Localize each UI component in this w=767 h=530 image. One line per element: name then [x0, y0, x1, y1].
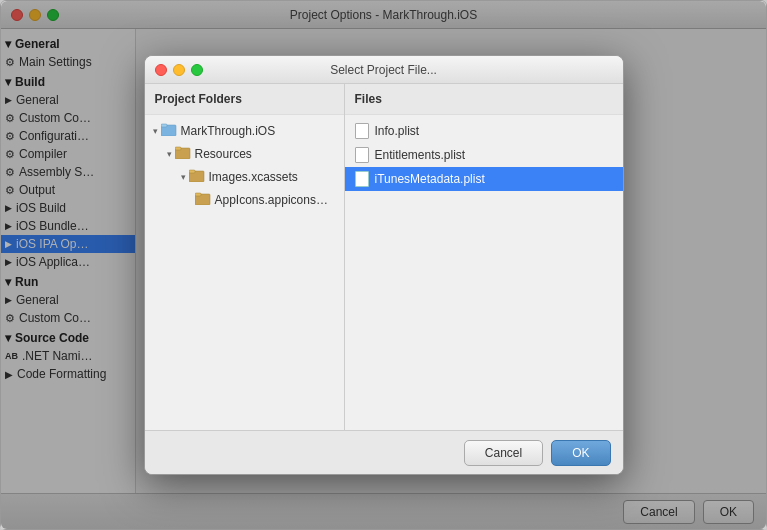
file-icon	[355, 123, 369, 139]
file-icon	[355, 171, 369, 187]
modal-overlay: Select Project File... Project Folders ▾	[1, 1, 766, 529]
file-item-entitlements-plist[interactable]: Entitlements.plist	[345, 143, 623, 167]
svg-rect-3	[175, 147, 181, 150]
project-folders-panel: Project Folders ▾ MarkThrough.iOS	[145, 84, 345, 430]
tree-item-images-xcassets[interactable]: ▾ Images.xcassets	[145, 165, 344, 188]
svg-rect-5	[189, 170, 195, 173]
svg-rect-7	[195, 193, 201, 196]
folder-icon	[175, 145, 191, 162]
modal-traffic-lights	[155, 64, 203, 76]
chevron-down-icon: ▾	[167, 149, 172, 159]
main-window: Project Options - MarkThrough.iOS ▾ Gene…	[0, 0, 767, 530]
tree-item-markthrough[interactable]: ▾ MarkThrough.iOS	[145, 119, 344, 142]
file-icon	[355, 147, 369, 163]
modal-maximize-button[interactable]	[191, 64, 203, 76]
chevron-down-icon: ▾	[181, 172, 186, 182]
svg-rect-1	[161, 124, 167, 127]
modal-close-button[interactable]	[155, 64, 167, 76]
files-list: Info.plist Entitlements.plist iTunesMeta…	[345, 115, 623, 430]
modal-ok-button[interactable]: OK	[551, 440, 610, 466]
folder-icon	[161, 122, 177, 139]
project-folders-header: Project Folders	[145, 84, 344, 115]
file-item-info-plist[interactable]: Info.plist	[345, 119, 623, 143]
tree-item-appicons[interactable]: AppIcons.appicons…	[145, 188, 344, 211]
files-header: Files	[345, 84, 623, 115]
modal-minimize-button[interactable]	[173, 64, 185, 76]
folder-tree: ▾ MarkThrough.iOS ▾	[145, 115, 344, 430]
modal-title: Select Project File...	[330, 63, 437, 77]
modal-content: Project Folders ▾ MarkThrough.iOS	[145, 84, 623, 430]
folder-icon	[195, 191, 211, 208]
tree-item-resources[interactable]: ▾ Resources	[145, 142, 344, 165]
modal-bottom-bar: Cancel OK	[145, 430, 623, 474]
select-project-file-modal: Select Project File... Project Folders ▾	[144, 55, 624, 475]
file-item-itunes-plist[interactable]: iTunesMetadata.plist	[345, 167, 623, 191]
modal-title-bar: Select Project File...	[145, 56, 623, 84]
files-panel: Files Info.plist Entitlements.plist i	[345, 84, 623, 430]
folder-icon	[189, 168, 205, 185]
chevron-down-icon: ▾	[153, 126, 158, 136]
modal-cancel-button[interactable]: Cancel	[464, 440, 543, 466]
